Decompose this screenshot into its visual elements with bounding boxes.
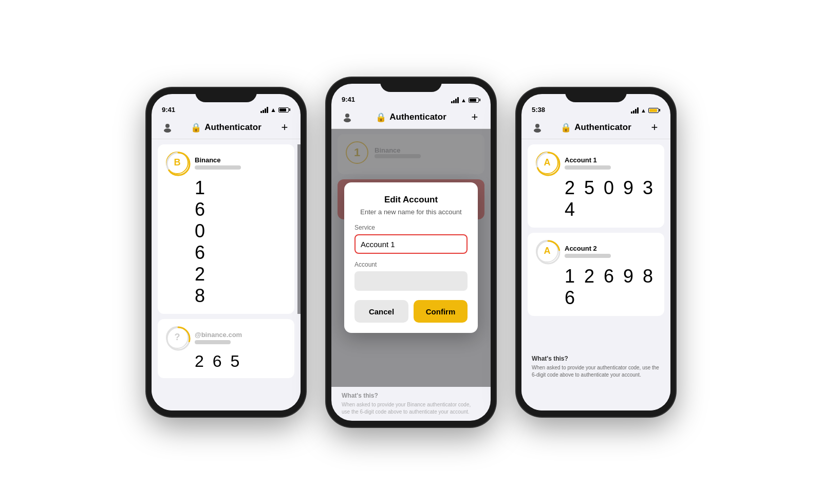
- status-time-3: 5:38: [532, 106, 545, 114]
- swipe-actions-1: ↑ Pin ✏️ Edit 🗑 Delete: [297, 144, 301, 314]
- account-info-2: @binance.com: [195, 331, 286, 344]
- account-info-3-2: Account 2: [565, 245, 656, 258]
- dialog-title: Edit Account: [354, 195, 468, 205]
- battery-2: [469, 98, 480, 103]
- avatar-2: ?: [166, 326, 189, 349]
- status-time-1: 9:41: [162, 106, 175, 114]
- battery-1: [278, 107, 290, 113]
- account-bar-1: [195, 165, 241, 170]
- lock-icon-1: 🔒: [191, 122, 201, 133]
- account-bar-3-1: [565, 165, 611, 170]
- status-icons-3: ▲: [631, 107, 660, 114]
- account-header-2: ? @binance.com: [166, 326, 286, 349]
- service-input[interactable]: [354, 234, 468, 254]
- phone-2: 9:41 ▲: [326, 78, 496, 427]
- cancel-button[interactable]: Cancel: [354, 300, 408, 323]
- account-card-2[interactable]: ? @binance.com 2 6 5: [158, 319, 294, 378]
- phone-3: 5:38 ▲: [516, 88, 676, 417]
- svg-point-8: [535, 124, 539, 128]
- account-label: Account: [354, 261, 468, 268]
- lock-icon-2: 🔒: [376, 112, 386, 123]
- svg-point-9: [534, 128, 541, 133]
- signal-icon-1: [260, 107, 268, 113]
- dim-overlay: Edit Account Enter a new name for this a…: [331, 129, 491, 387]
- nav-add-btn-2[interactable]: +: [467, 109, 482, 125]
- whats-this-text-2: When asked to provide your Binance authe…: [342, 401, 480, 416]
- account-header-3-1: A Account 1: [536, 152, 656, 174]
- dialog-buttons: Cancel Confirm: [354, 300, 468, 323]
- wifi-icon-2: ▲: [461, 97, 466, 103]
- nav-bar-2: 🔒 Authenticator +: [331, 106, 491, 129]
- service-label: Service: [354, 224, 468, 231]
- notch-2: [380, 78, 442, 92]
- screen-2: 9:41 ▲: [331, 84, 491, 421]
- wifi-icon-3: ▲: [641, 107, 646, 114]
- pin-btn[interactable]: ↑ Pin: [297, 144, 301, 314]
- service-name-1: Binance: [195, 156, 241, 164]
- nav-bar-1: 🔒 Authenticator +: [152, 117, 301, 139]
- account-info-3-1: Account 1: [565, 156, 656, 170]
- account-card-3-2[interactable]: A Account 2 1 2 6 9 8 6: [528, 233, 664, 316]
- notch-3: [565, 88, 627, 102]
- signal-icon-2: [451, 97, 459, 103]
- service-name-2: @binance.com: [195, 331, 286, 339]
- avatar-1: B: [166, 152, 189, 174]
- screen-1: 9:41 ▲: [152, 94, 301, 410]
- nav-left-btn-1[interactable]: [160, 120, 175, 135]
- account-header-1: B Binance: [166, 152, 176, 174]
- otp-code-3-1: 2 5 0 9 3 4: [565, 177, 656, 220]
- otp-code-3-2: 1 2 6 9 8 6: [565, 266, 656, 309]
- nav-add-btn-3[interactable]: +: [647, 120, 662, 135]
- status-time-2: 9:41: [342, 96, 355, 103]
- screen-3: 5:38 ▲: [521, 94, 670, 410]
- svg-point-7: [344, 118, 351, 122]
- status-icons-1: ▲: [260, 106, 290, 114]
- otp-code-2: 2 6 5: [195, 352, 286, 371]
- whats-this-title-3: What's this?: [532, 355, 660, 362]
- signal-icon-3: [631, 107, 639, 114]
- phone-1: 9:41 ▲: [146, 88, 306, 417]
- whats-this-title-2: What's this?: [342, 392, 480, 399]
- dialog-subtitle: Enter a new name for this account: [354, 208, 468, 216]
- account-header-3-2: A Account 2: [536, 240, 656, 263]
- service-name-3-2: Account 2: [565, 245, 656, 252]
- nav-title-1: 🔒 Authenticator: [191, 122, 261, 133]
- account-bar-2: [195, 340, 231, 344]
- account-bar-3-2: [565, 254, 611, 258]
- notch-1: [195, 88, 257, 102]
- account-card-3-1[interactable]: A Account 1 2 5 0 9 3 4: [528, 144, 664, 228]
- account-info-1: Binance: [195, 156, 241, 170]
- svg-point-1: [164, 128, 171, 133]
- nav-left-btn-2[interactable]: [340, 109, 355, 125]
- account-card-1[interactable]: B Binance 1 6 0 6 2 8 ↑ Pin: [158, 144, 294, 314]
- whats-this-3: What's this? When asked to provide your …: [521, 347, 670, 387]
- nav-title-3: 🔒 Authenticator: [561, 122, 631, 133]
- screen-content-2-bg: 1 Binance 2 @bina...: [331, 129, 491, 387]
- whats-this-2: What's this? When asked to provide your …: [331, 387, 491, 421]
- lock-icon-3: 🔒: [561, 122, 571, 133]
- account-input-disabled: [354, 271, 468, 291]
- service-name-3-1: Account 1: [565, 156, 656, 164]
- avatar-3-2: A: [536, 240, 558, 263]
- confirm-button[interactable]: Confirm: [414, 300, 468, 323]
- avatar-3-1: A: [536, 152, 558, 174]
- whats-this-text-3: When asked to provide your authenticator…: [532, 364, 660, 379]
- nav-title-2: 🔒 Authenticator: [376, 112, 446, 123]
- edit-dialog: Edit Account Enter a new name for this a…: [344, 182, 478, 333]
- nav-bar-3: 🔒 Authenticator +: [521, 117, 670, 139]
- wifi-icon-1: ▲: [270, 106, 276, 114]
- svg-point-0: [165, 124, 170, 128]
- screen-content-3: A Account 1 2 5 0 9 3 4: [521, 139, 670, 410]
- screen-content-1: B Binance 1 6 0 6 2 8 ↑ Pin: [152, 139, 301, 410]
- nav-add-btn-1[interactable]: +: [277, 120, 292, 135]
- nav-left-btn-3[interactable]: [530, 120, 545, 135]
- battery-3: [648, 108, 660, 113]
- svg-point-6: [345, 114, 349, 118]
- status-icons-2: ▲: [451, 97, 480, 103]
- screenshots-container: 9:41 ▲: [126, 57, 696, 447]
